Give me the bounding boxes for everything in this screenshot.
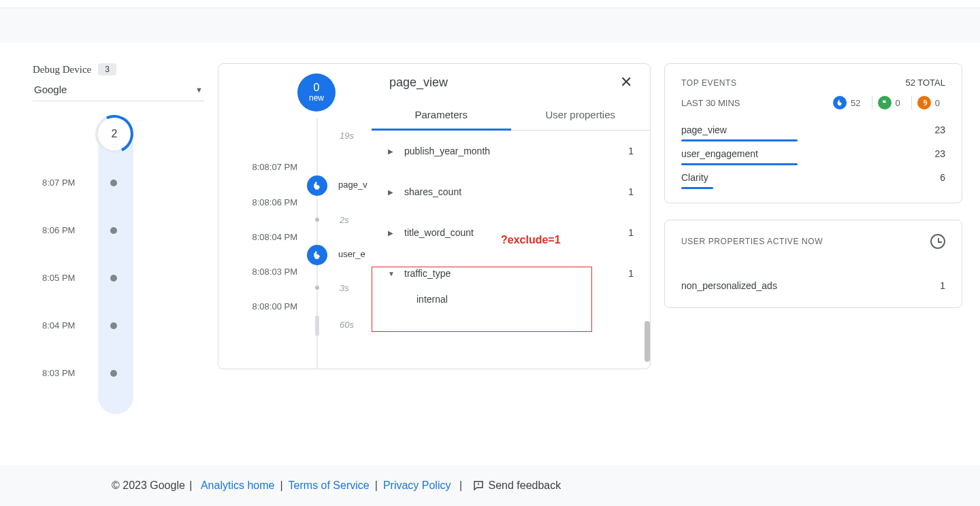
timeline-minute[interactable]: 8:04 PM — [33, 320, 204, 331]
stream-timestamp: 8:08:04 PM — [235, 232, 297, 242]
stream-timestamp: 8:08:00 PM — [235, 301, 297, 311]
parameter-count: 1 — [628, 227, 634, 238]
feedback-icon — [472, 479, 485, 492]
stream-gap-label: 60s — [340, 320, 354, 330]
top-event-count: 6 — [940, 172, 945, 183]
top-events-subtitle: LAST 30 MINS — [681, 98, 740, 108]
top-events-card: TOP EVENTS 52 TOTAL LAST 30 MINS 52 0 — [664, 63, 962, 203]
parameter-count: 1 — [628, 186, 634, 197]
parameter-value: internal — [388, 294, 634, 314]
user-properties-card: USER PROPERTIES ACTIVE NOW non_personali… — [664, 220, 962, 308]
top-event-count: 23 — [934, 148, 945, 159]
debug-device-label: Debug Device — [33, 64, 91, 75]
top-event-item[interactable]: page_view23 — [681, 119, 945, 143]
stream-gap-label: 3s — [340, 283, 349, 293]
parameter-row[interactable]: ▶publish_year_month1 — [388, 131, 634, 171]
error-icon — [917, 96, 931, 109]
event-stream-card: 0 new 19s8:08:07 PMpage_v8:08:06 PM2s8:0… — [218, 63, 651, 369]
parameter-count: 1 — [628, 146, 634, 156]
stream-timestamp: 8:08:03 PM — [235, 267, 297, 277]
chevron-right-icon: ▶ — [388, 229, 395, 237]
timeline-active-count[interactable]: 2 — [95, 115, 133, 153]
stream-timestamp: 8:08:07 PM — [235, 162, 297, 172]
tab-user-properties[interactable]: User properties — [511, 99, 651, 130]
event-type-legend: 52 0 0 — [828, 96, 945, 109]
stream-gap-marker — [315, 286, 319, 290]
stream-event-dot[interactable] — [307, 175, 327, 196]
user-properties-title: USER PROPERTIES ACTIVE NOW — [681, 237, 823, 246]
top-events-total: 52 TOTAL — [905, 78, 945, 88]
timeline-active-count-value: 2 — [112, 128, 118, 140]
history-icon[interactable] — [930, 234, 945, 249]
chevron-down-icon: ▼ — [195, 86, 203, 94]
top-event-name: user_engagement — [681, 148, 758, 159]
close-icon[interactable]: ✕ — [620, 75, 632, 90]
annotation-exclude: ?exclude=1 — [501, 234, 561, 246]
parameter-row[interactable]: ▶shares_count1 — [388, 171, 634, 212]
user-property-row[interactable]: non_personalized_ads1 — [681, 276, 945, 295]
stream-event-label[interactable]: page_v — [338, 180, 368, 190]
stream-timestamp: 8:08:06 PM — [235, 197, 297, 207]
touch-icon — [833, 96, 847, 109]
event-detail-title: page_view — [389, 75, 448, 90]
stream-gap-label: 19s — [340, 131, 354, 141]
stream-gap-marker — [315, 218, 319, 222]
footer-link-analytics-home[interactable]: Analytics home — [201, 479, 275, 492]
top-event-bar — [681, 139, 798, 141]
timeline-minute[interactable]: 8:03 PM — [33, 368, 204, 378]
top-event-item[interactable]: user_engagement23 — [681, 143, 945, 167]
parameter-row[interactable]: ▼traffic_type1 — [388, 253, 634, 294]
user-property-count: 1 — [940, 280, 945, 291]
timeline-minute[interactable]: 8:05 PM — [33, 273, 204, 283]
parameter-name: shares_count — [404, 186, 461, 197]
footer-copyright: © 2023 Google — [112, 479, 185, 492]
top-event-bar — [681, 163, 798, 165]
stream-event-label[interactable]: user_e — [338, 249, 365, 259]
legend-automatic: 52 — [828, 96, 866, 109]
flag-icon — [878, 96, 892, 109]
top-event-name: page_view — [681, 124, 727, 135]
user-property-name: non_personalized_ads — [681, 280, 777, 291]
debug-device-header: Debug Device 3 — [33, 63, 204, 75]
top-event-item[interactable]: Clarity6 — [681, 167, 945, 190]
chevron-right-icon: ▶ — [388, 188, 395, 196]
stream-event-dot[interactable] — [307, 245, 327, 265]
top-event-count: 23 — [934, 124, 945, 135]
device-select[interactable]: Google ▼ — [33, 84, 204, 101]
timeline-minute[interactable]: 8:06 PM — [33, 225, 204, 235]
parameter-name: publish_year_month — [404, 146, 490, 156]
legend-conversion: 0 — [872, 96, 906, 109]
chevron-right-icon: ▶ — [388, 148, 395, 155]
legend-error: 0 — [911, 96, 945, 109]
stream-gap-marker — [315, 316, 319, 336]
top-events-title: TOP EVENTS — [681, 78, 737, 88]
footer-link-tos[interactable]: Terms of Service — [289, 479, 370, 492]
tab-parameters[interactable]: Parameters — [372, 99, 511, 131]
top-event-name: Clarity — [681, 172, 708, 183]
scrollbar-thumb[interactable] — [644, 321, 650, 362]
timeline-minute[interactable]: 8:07 PM — [33, 178, 204, 188]
chevron-down-icon: ▼ — [388, 270, 395, 277]
footer-link-privacy[interactable]: Privacy Policy — [383, 479, 451, 492]
parameter-name: traffic_type — [404, 268, 451, 279]
new-events-badge[interactable]: 0 new — [297, 73, 336, 112]
device-select-value: Google — [34, 84, 67, 95]
event-stream: 0 new 19s8:08:07 PMpage_v8:08:06 PM2s8:0… — [218, 64, 372, 369]
event-detail-panel: page_view ✕ Parameters User properties ?… — [372, 64, 650, 369]
parameter-name: title_word_count — [404, 227, 474, 238]
top-event-bar — [681, 187, 713, 189]
send-feedback-button[interactable]: Send feedback — [472, 479, 561, 492]
stream-gap-label: 2s — [340, 215, 349, 225]
minute-timeline: 2 8:07 PM 8:06 PM 8:05 PM 8:04 PM 8:03 P… — [33, 115, 204, 414]
parameter-count: 1 — [628, 268, 634, 279]
parameter-row[interactable]: ▶title_word_count1 — [388, 212, 634, 253]
footer: © 2023 Google | Analytics home | Terms o… — [0, 465, 980, 506]
debug-device-count-badge: 3 — [98, 63, 116, 75]
